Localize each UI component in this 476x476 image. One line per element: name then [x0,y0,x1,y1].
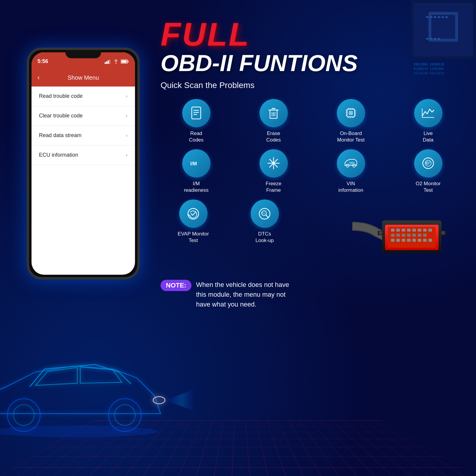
svg-marker-73 [188,214,190,216]
signal-icon [105,59,111,64]
trash-icon [266,106,281,120]
feature-onboard-monitor: On-BoardMonitor Test [315,99,387,143]
menu-item-read-trouble[interactable]: Read trouble code › [32,87,135,106]
svg-rect-94 [418,234,421,237]
vin-icon [337,149,365,177]
features-row-3-container: EVAP MonitorTest Px DTCsLook-up [161,199,464,274]
onboard-monitor-icon [337,99,365,127]
svg-rect-83 [402,229,405,232]
svg-point-21 [153,397,165,404]
svg-point-18 [13,405,34,425]
svg-rect-91 [402,234,405,237]
svg-rect-98 [402,239,405,242]
svg-rect-89 [391,234,395,237]
phone-section: 5:56 [0,0,166,327]
menu-item-label-read-trouble: Read trouble code [39,93,83,99]
svg-rect-103 [428,239,432,242]
vin-label: VINinformation [338,180,363,194]
svg-rect-24 [105,62,106,64]
svg-rect-99 [407,239,411,242]
feature-freeze-frame: FreezeFrame [238,149,309,194]
menu-list: Read trouble code › Clear trouble code ›… [32,87,135,165]
menu-item-read-stream[interactable]: Read data stream › [32,126,135,145]
chevron-icon-read-stream: › [126,132,128,139]
svg-rect-26 [108,60,109,64]
svg-text:Px: Px [262,212,265,215]
feature-im-readiness: I/M I/Mreadieness [161,149,232,194]
status-time: 5:56 [37,58,48,65]
back-button[interactable]: ‹ [37,74,40,81]
dtcs-icon: Px [251,199,279,228]
full-heading: FULL [161,18,464,51]
menu-item-label-read-stream: Read data stream [39,132,81,139]
app-header: ‹ Show Menu [32,69,135,87]
svg-rect-92 [407,234,411,237]
svg-rect-31 [121,60,127,63]
features-row-1: ReadCodes EraseCodes [161,99,464,143]
phone-screen: 5:56 [32,52,135,275]
erase-codes-label: EraseCodes [266,130,281,143]
svg-point-28 [116,63,117,64]
live-data-icon [414,99,442,127]
svg-point-23 [0,425,158,437]
svg-rect-93 [412,234,416,237]
note-section: NOTE: When the vehicle does not havethis… [161,280,464,309]
read-codes-label: ReadCodes [189,130,203,143]
im-icon: I/M [189,156,204,171]
svg-rect-97 [396,239,400,242]
svg-rect-82 [396,229,400,232]
svg-rect-90 [396,234,400,237]
feature-o2-monitor: O 2 O2 MonitorTest [392,149,464,194]
chart-icon [421,106,436,120]
live-data-label: LiveData [423,130,433,143]
quick-scan-subtitle: Quick Scan the Problems [161,81,464,90]
dtcs-label: DTCsLook-up [255,231,274,244]
menu-item-clear-trouble[interactable]: Clear trouble code › [32,106,135,126]
document-icon [189,106,204,120]
phone-outer: 5:56 [27,48,140,279]
feature-live-data: LiveData [392,99,464,143]
o2-icon: O 2 [421,156,436,171]
menu-item-label-clear-trouble: Clear trouble code [39,113,83,119]
svg-text:O: O [426,161,429,165]
svg-rect-95 [423,234,427,237]
svg-rect-81 [391,229,395,232]
svg-text:I/M: I/M [190,161,197,166]
app-title: Show Menu [67,74,99,81]
evap-label: EVAP MonitorTest [177,231,209,244]
o2-monitor-label: O2 MonitorTest [416,180,441,194]
svg-rect-30 [128,61,128,62]
im-readiness-icon: I/M [182,149,210,177]
chevron-icon-ecu: › [126,152,128,158]
chip-icon [343,106,358,120]
snowflake-icon [266,156,281,171]
feature-dtcs: Px DTCsLook-up [232,199,297,244]
svg-rect-102 [423,239,427,242]
obd-connector-image [352,202,462,271]
dtcs-lookup-icon: Px [257,206,272,221]
svg-rect-27 [109,59,110,64]
im-readiness-label: I/Mreadieness [184,180,208,194]
status-icons [105,59,129,64]
obd-connector [351,199,464,274]
svg-rect-25 [106,61,107,64]
note-text: When the vehicle does not havethis modul… [196,280,289,309]
feature-erase-codes: EraseCodes [238,99,309,143]
svg-rect-32 [192,107,201,119]
onboard-monitor-label: On-BoardMonitor Test [337,130,365,143]
svg-point-72 [188,208,199,219]
freeze-frame-label: FreezeFrame [266,180,282,194]
svg-rect-88 [428,229,432,232]
svg-rect-85 [412,229,416,232]
svg-text:2: 2 [429,161,431,164]
note-badge: NOTE: [161,280,191,291]
menu-item-ecu[interactable]: ECU information › [32,145,135,165]
o2-monitor-icon: O 2 [414,149,442,177]
feature-vin: VINinformation [315,149,387,194]
battery-icon [121,59,129,64]
feature-evap: EVAP MonitorTest [161,199,226,244]
freeze-frame-icon [260,149,288,177]
svg-point-19 [109,399,141,431]
car-id-icon [343,156,358,171]
svg-rect-87 [423,229,427,232]
